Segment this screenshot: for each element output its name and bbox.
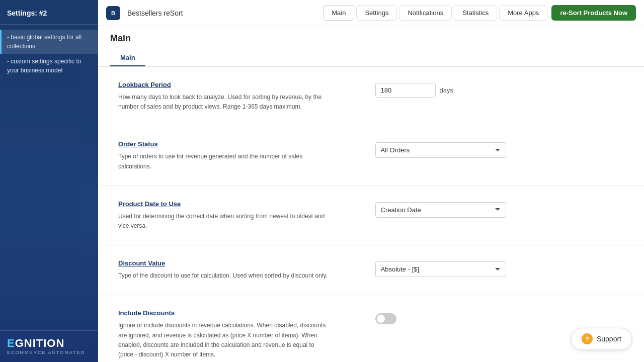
unit-lookback-period: days [440,83,453,94]
settings-label-product-date-to-use: Product Date to Use [118,200,330,208]
topbar-tabs: MainSettingsNotificationsStatisticsMore … [323,5,547,21]
brand-name: EGNITION [7,338,91,349]
settings-label-discount-value: Discount Value [118,259,330,267]
settings-desc-product-date-to-use: Used for determining the correct date wh… [118,212,330,231]
settings-section-discount-value: Discount ValueType of the discount to us… [98,245,644,295]
settings-section-product-date-to-use: Product Date to UseUsed for determining … [98,186,644,245]
page-title: Main [110,33,632,44]
settings-section-order-status: Order StatusType of orders to use for re… [98,126,644,186]
toggle-wrap-include-discounts [375,313,396,324]
toggle-include-discounts[interactable] [375,313,396,324]
topbar: B Bestsellers reSort MainSettingsNotific… [98,0,644,26]
topbar-tab-main[interactable]: Main [323,5,354,21]
settings-right-order-status: All OrdersPaid OrdersFulfilled Orders [375,140,624,171]
settings-left-product-date-to-use: Product Date to UseUsed for determining … [118,200,330,231]
topbar-tab-settings[interactable]: Settings [356,5,397,21]
select-product-date-to-use[interactable]: Creation DatePublished DateUpdated Date [375,202,506,218]
sidebar-item-basic-global[interactable]: - basic global settings for all collecti… [0,30,98,54]
sidebar-item-custom-settings[interactable]: - custom settings specific to your busin… [0,54,98,78]
settings-left-order-status: Order StatusType of orders to use for re… [118,140,330,171]
topbar-logo: B [106,6,120,20]
settings-desc-include-discounts: Ignore or include discounts in revenue c… [118,321,330,359]
support-label: Support [597,335,621,343]
settings-right-product-date-to-use: Creation DatePublished DateUpdated Date [375,200,624,231]
settings-desc-discount-value: Type of the discount to use for calculat… [118,271,330,281]
input-lookback-period[interactable] [375,83,436,98]
topbar-appname: Bestsellers reSort [127,9,319,17]
select-order-status[interactable]: All OrdersPaid OrdersFulfilled Orders [375,142,506,158]
support-button[interactable]: ? Support [571,328,632,350]
settings-section-include-discounts: Include DiscountsIgnore or include disco… [98,295,644,362]
settings-left-discount-value: Discount ValueType of the discount to us… [118,259,330,281]
brand-tagline: ECOMMERCE AUTOMATED [7,350,91,355]
resort-products-button[interactable]: re-Sort Products Now [551,5,636,21]
content: Main Main Lookback PeriodHow many days t… [98,26,644,362]
sidebar-title: Settings: #2 [0,0,98,25]
settings-desc-lookback-period: How many days to look back to analyze. U… [118,93,330,112]
settings-desc-order-status: Type of orders to use for revenue genera… [118,152,330,171]
tab-main[interactable]: Main [110,50,145,66]
settings-left-lookback-period: Lookback PeriodHow many days to look bac… [118,81,330,112]
select-discount-value[interactable]: Absolute - [$]Percentage - [%] [375,261,506,277]
settings-label-include-discounts: Include Discounts [118,309,330,317]
settings-left-include-discounts: Include DiscountsIgnore or include disco… [118,309,330,359]
settings-right-discount-value: Absolute - [$]Percentage - [%] [375,259,624,281]
settings-right-lookback-period: days [375,81,624,112]
sidebar: Settings: #2 - basic global settings for… [0,0,98,362]
topbar-tab-notifications[interactable]: Notifications [399,5,452,21]
settings-label-order-status: Order Status [118,140,330,148]
sidebar-nav: - basic global settings for all collecti… [0,25,98,330]
sidebar-footer: EGNITION ECOMMERCE AUTOMATED [0,330,98,362]
settings-section-lookback-period: Lookback PeriodHow many days to look bac… [98,67,644,126]
topbar-tab-statistics[interactable]: Statistics [454,5,497,21]
page-tabs: Main [110,50,632,66]
settings-label-lookback-period: Lookback Period [118,81,330,88]
main-content: B Bestsellers reSort MainSettingsNotific… [98,0,644,362]
page-header: Main Main [98,26,644,67]
settings-scroll: Lookback PeriodHow many days to look bac… [98,67,644,362]
brand-logo: EGNITION ECOMMERCE AUTOMATED [7,338,91,355]
topbar-tab-more-apps[interactable]: More Apps [499,5,547,21]
support-icon: ? [582,333,593,344]
